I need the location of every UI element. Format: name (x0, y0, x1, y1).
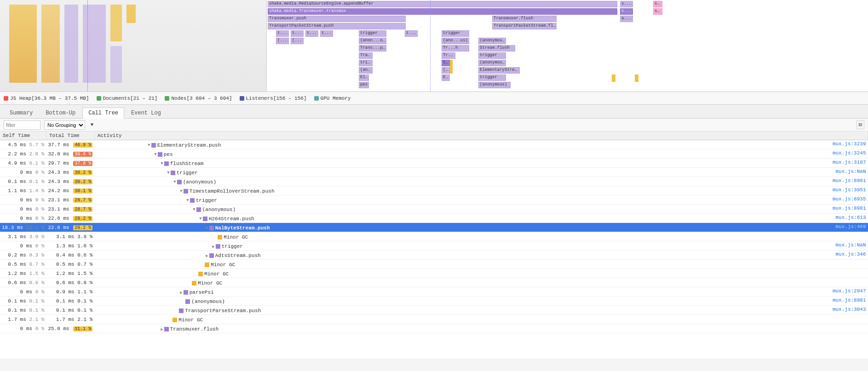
table-row[interactable]: 4.5 ms 5.7 %37.7 ms 46.9 % ▼ ElementaryS… (0, 140, 868, 149)
table-row[interactable]: 0 ms 0 %23.1 ms 28.7 % ▼ (anonymous) mux… (0, 205, 868, 214)
cell-self-time: 0 ms 0 % (0, 287, 46, 297)
listeners-memory: Listeners[156 – 156] (240, 96, 307, 101)
file-link[interactable]: mux.js:8981 (833, 205, 866, 211)
function-name: parsePsi (190, 290, 214, 295)
table-row[interactable]: 0 ms 0 %25.0 ms 31.1 % ▶ Transmuxer.flus… (0, 324, 868, 333)
tab-event-log[interactable]: Event Log (125, 108, 167, 118)
table-row[interactable]: 18.3 ms 22.7 %22.6 ms 28.2 % ▼ NalByteSt… (0, 223, 868, 232)
flame-bar[interactable]: s.... (620, 8, 633, 15)
flame-bar[interactable]: t...r (405, 30, 418, 37)
flame-bar[interactable]: TransportPacketStream.flush (492, 23, 557, 29)
flame-bar[interactable]: t... (442, 60, 450, 66)
flame-bar[interactable]: (anonymous) (478, 60, 506, 66)
table-row[interactable]: 0.5 ms 0.7 %0.5 ms 0.7 % Minor GC (0, 260, 868, 269)
flame-bar[interactable]: (... (276, 38, 289, 44)
flame-bar[interactable]: trigger (359, 60, 373, 66)
gpu-dot (314, 96, 319, 101)
flame-bar[interactable]: ElementaryStream.flush (478, 67, 520, 74)
flame-bar[interactable]: (...) (442, 67, 450, 74)
table-row[interactable]: 1.2 ms 1.5 %1.2 ms 1.5 % Minor GC (0, 269, 868, 278)
flame-bar[interactable]: (ano...us) (442, 38, 469, 44)
file-link[interactable]: mux.js:8935 (833, 196, 866, 202)
cell-total-time: 24.3 ms 30.2 % (46, 168, 94, 177)
table-row[interactable]: 0.1 ms 0.1 %0.1 ms 0.1 % (anonymous) mux… (0, 297, 868, 306)
file-link[interactable]: mux.js:3187 (833, 160, 866, 165)
flame-bar[interactable]: (an...us) (359, 67, 373, 74)
flame-bar[interactable]: t... (320, 30, 333, 37)
file-link[interactable]: mux.js:469 (835, 224, 866, 229)
flame-bar[interactable]: s.. (653, 1, 662, 7)
cell-activity: ▼ flushStream mux.js:3187 (94, 159, 868, 168)
flame-bar[interactable]: (anonymous) (478, 38, 506, 44)
flame-bar[interactable]: trigger (442, 30, 469, 37)
flame-bar[interactable]: t... (291, 30, 304, 37)
cell-total-time: 0.1 ms 0.1 % (46, 306, 94, 315)
file-link[interactable]: mux.js:8981 (833, 297, 866, 303)
file-link[interactable]: mux.js:346 (835, 251, 866, 257)
file-link[interactable]: mux.js:2947 (833, 288, 866, 294)
flame-bar[interactable]: Ele...sh (359, 74, 369, 81)
flame-bar[interactable]: shaka.media.Transmuxer.transmux (268, 8, 617, 15)
file-link[interactable]: mux.js:NaN (835, 169, 866, 174)
flame-bar[interactable]: Tr...h (442, 45, 469, 51)
tab-summary[interactable]: Summary (4, 108, 39, 118)
flame-bar[interactable]: (anon...ous) (359, 38, 386, 44)
flame-bar[interactable]: Transmuxer.flush (492, 16, 557, 22)
table-row[interactable]: 0 ms 0 %24.3 ms 30.2 % ▼ trigger mux.js:… (0, 168, 868, 177)
file-link[interactable]: mux.js:3239 (833, 141, 866, 147)
flame-right: shaka.media.MediaSourceEngine.appendBuff… (267, 0, 868, 92)
cell-activity: ▼ H264Stream.push mux.js:613 (94, 214, 868, 223)
table-row[interactable]: 0.6 ms 0.8 %0.6 ms 0.8 % Minor GC (0, 278, 868, 287)
file-link[interactable]: mux.js:3951 (833, 187, 866, 193)
flame-bar[interactable]: Trans...push (359, 45, 386, 51)
table-row[interactable]: 0.2 ms 0.3 %0.4 ms 0.6 % ▶ AdtsStream.pu… (0, 251, 868, 260)
tab-call-tree[interactable]: Call Tree (82, 108, 124, 119)
flame-bar[interactable]: a...r (620, 16, 633, 22)
flame-bar[interactable]: s.... (620, 1, 633, 7)
file-link[interactable]: mux.js:3043 (833, 307, 866, 312)
grouping-select[interactable]: No Grouping (44, 120, 85, 130)
table-row[interactable]: 0 ms 0 %1.3 ms 1.6 % ▶ trigger mux.js:Na… (0, 241, 868, 251)
call-tree-table: Self Time Total Time Activity 4.5 ms 5.7… (0, 131, 868, 333)
table-row[interactable]: 1.7 ms 2.1 %1.7 ms 2.1 % Minor GC (0, 315, 868, 324)
file-link[interactable]: mux.js:613 (835, 215, 866, 220)
flame-bar[interactable]: Tr...s_ (442, 52, 455, 59)
flame-bar[interactable]: pes (359, 82, 369, 88)
grouping-arrow[interactable]: ▼ (89, 121, 95, 128)
table-row[interactable]: 1.1 ms 1.4 %24.2 ms 30.1 % ▼ TimestampRo… (0, 186, 868, 195)
flame-bar[interactable]: Transmuxer.push (268, 16, 406, 22)
collapse-button[interactable]: ⊟ (857, 120, 864, 129)
col-header-self-time[interactable]: Self Time (0, 131, 46, 140)
table-row[interactable]: 2.2 ms 2.8 %32.0 ms 39.8 % ▼ pes mux.js:… (0, 149, 868, 159)
flame-bar[interactable]: trigger (359, 30, 386, 37)
flame-bar[interactable]: trigger (478, 52, 506, 59)
flame-bar[interactable]: Tra...es_ (359, 52, 373, 59)
table-row[interactable]: 0 ms 0 %22.6 ms 28.2 % ▼ H264Stream.push… (0, 214, 868, 223)
flame-bar[interactable]: s.. (653, 8, 662, 15)
table-row[interactable]: 0 ms 0 %0.9 ms 1.1 % ▶ parsePsi mux.js:2… (0, 287, 868, 297)
cell-self-time: 0.1 ms 0.1 % (0, 297, 46, 306)
flame-bar[interactable]: t... (305, 30, 318, 37)
file-link[interactable]: mux.js:8981 (833, 178, 866, 183)
flame-bar[interactable]: shaka.media.MediaSourceEngine.appendBuff… (268, 1, 617, 7)
function-name: (anonymous) (202, 207, 236, 212)
table-row[interactable]: 0 ms 0 %23.1 ms 28.7 % ▼ trigger mux.js:… (0, 195, 868, 205)
file-link[interactable]: mux.js:3245 (833, 150, 866, 156)
flame-bar[interactable]: E... (442, 74, 450, 81)
flame-bar[interactable]: (... (291, 38, 304, 44)
cell-self-time: 0 ms 0 % (0, 205, 46, 214)
table-row[interactable]: 3.1 ms 3.9 %3.1 ms 3.9 % Minor GC (0, 232, 868, 241)
flame-bar[interactable]: Stream.flush (478, 45, 515, 51)
table-row[interactable]: 4.9 ms 6.1 %29.7 ms 37.0 % ▼ flushStream… (0, 159, 868, 168)
flame-bar[interactable]: trigger (478, 74, 506, 81)
table-row[interactable]: 0.1 ms 0.1 %0.1 ms 0.1 % TransportParseS… (0, 306, 868, 315)
col-header-total-time[interactable]: Total Time (46, 131, 94, 140)
col-header-activity[interactable]: Activity (94, 131, 868, 140)
file-link[interactable]: mux.js:NaN (835, 242, 866, 248)
tab-bottom-up[interactable]: Bottom-Up (40, 108, 81, 118)
flame-bar[interactable]: t... (276, 30, 289, 37)
flame-bar[interactable]: TransportPacketStream.push (268, 23, 406, 29)
flame-bar[interactable]: (anonymous) (478, 82, 511, 88)
filter-input[interactable] (4, 120, 40, 130)
table-row[interactable]: 0.1 ms 0.1 %24.3 ms 30.2 % ▼ (anonymous)… (0, 177, 868, 186)
